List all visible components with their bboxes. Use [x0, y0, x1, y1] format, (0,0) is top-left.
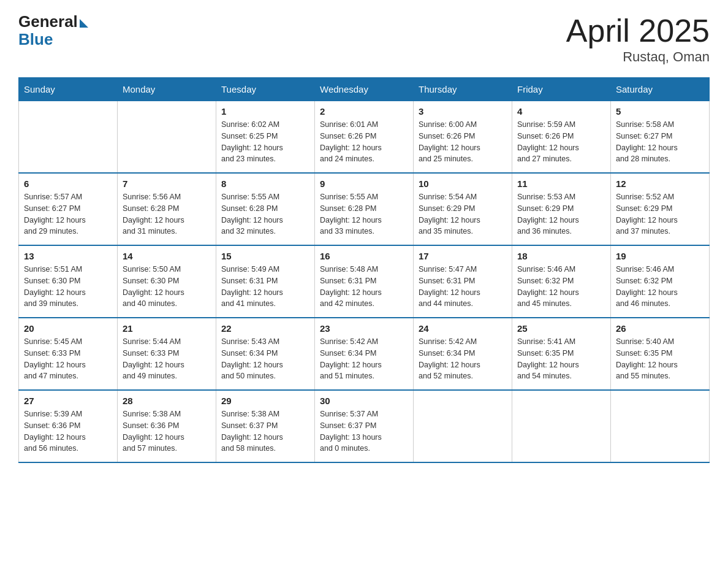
calendar-cell: 20Sunrise: 5:45 AMSunset: 6:33 PMDayligh… [19, 318, 118, 390]
title-block: April 2025 Rustaq, Oman [566, 12, 710, 65]
day-number: 28 [123, 396, 211, 406]
calendar-cell: 5Sunrise: 5:58 AMSunset: 6:27 PMDaylight… [611, 101, 710, 174]
calendar-header-row: SundayMondayTuesdayWednesdayThursdayFrid… [19, 78, 710, 101]
day-info: Sunrise: 5:51 AMSunset: 6:30 PMDaylight:… [24, 264, 112, 310]
day-number: 22 [221, 323, 309, 334]
calendar-cell: 2Sunrise: 6:01 AMSunset: 6:26 PMDaylight… [315, 101, 414, 174]
day-info: Sunrise: 5:54 AMSunset: 6:29 PMDaylight:… [419, 191, 507, 237]
page-subtitle: Rustaq, Oman [566, 49, 710, 65]
day-info: Sunrise: 5:42 AMSunset: 6:34 PMDaylight:… [419, 336, 507, 382]
day-number: 15 [221, 251, 309, 261]
calendar-day-header: Tuesday [216, 78, 315, 101]
calendar-cell: 8Sunrise: 5:55 AMSunset: 6:28 PMDaylight… [216, 173, 315, 245]
day-info: Sunrise: 5:38 AMSunset: 6:37 PMDaylight:… [221, 408, 309, 454]
day-info: Sunrise: 5:57 AMSunset: 6:27 PMDaylight:… [24, 191, 112, 237]
calendar-cell [414, 390, 512, 462]
calendar-week-row: 27Sunrise: 5:39 AMSunset: 6:36 PMDayligh… [19, 390, 710, 462]
day-info: Sunrise: 5:52 AMSunset: 6:29 PMDaylight:… [616, 191, 704, 237]
calendar-cell: 4Sunrise: 5:59 AMSunset: 6:26 PMDaylight… [512, 101, 611, 174]
day-number: 6 [24, 178, 112, 189]
calendar-week-row: 6Sunrise: 5:57 AMSunset: 6:27 PMDaylight… [19, 173, 710, 245]
calendar-day-header: Thursday [414, 78, 512, 101]
calendar-cell: 19Sunrise: 5:46 AMSunset: 6:32 PMDayligh… [611, 245, 710, 318]
day-number: 30 [320, 396, 408, 406]
calendar-day-header: Monday [118, 78, 216, 101]
calendar-cell [611, 390, 710, 462]
day-info: Sunrise: 6:02 AMSunset: 6:25 PMDaylight:… [221, 119, 309, 165]
day-info: Sunrise: 6:00 AMSunset: 6:26 PMDaylight:… [419, 119, 507, 165]
calendar-day-header: Wednesday [315, 78, 414, 101]
day-number: 5 [616, 106, 704, 117]
calendar-week-row: 20Sunrise: 5:45 AMSunset: 6:33 PMDayligh… [19, 318, 710, 390]
day-number: 26 [616, 323, 704, 334]
calendar-cell: 11Sunrise: 5:53 AMSunset: 6:29 PMDayligh… [512, 173, 611, 245]
day-info: Sunrise: 5:45 AMSunset: 6:33 PMDaylight:… [24, 336, 112, 382]
calendar-cell: 7Sunrise: 5:56 AMSunset: 6:28 PMDaylight… [118, 173, 216, 245]
day-info: Sunrise: 5:38 AMSunset: 6:36 PMDaylight:… [123, 408, 211, 454]
page-header: General Blue April 2025 Rustaq, Oman [18, 12, 710, 65]
day-number: 18 [517, 251, 605, 261]
calendar-cell: 30Sunrise: 5:37 AMSunset: 6:37 PMDayligh… [315, 390, 414, 462]
day-info: Sunrise: 5:37 AMSunset: 6:37 PMDaylight:… [320, 408, 408, 454]
day-number: 1 [221, 106, 309, 117]
calendar-cell: 26Sunrise: 5:40 AMSunset: 6:35 PMDayligh… [611, 318, 710, 390]
day-number: 8 [221, 178, 309, 189]
day-number: 27 [24, 396, 112, 406]
day-info: Sunrise: 5:44 AMSunset: 6:33 PMDaylight:… [123, 336, 211, 382]
day-number: 12 [616, 178, 704, 189]
day-info: Sunrise: 5:55 AMSunset: 6:28 PMDaylight:… [320, 191, 408, 237]
day-number: 21 [123, 323, 211, 334]
page-title: April 2025 [566, 12, 710, 49]
day-number: 4 [517, 106, 605, 117]
calendar-day-header: Saturday [611, 78, 710, 101]
day-number: 24 [419, 323, 507, 334]
calendar-cell [19, 101, 118, 174]
day-info: Sunrise: 5:58 AMSunset: 6:27 PMDaylight:… [616, 119, 704, 165]
day-number: 20 [24, 323, 112, 334]
calendar-cell: 28Sunrise: 5:38 AMSunset: 6:36 PMDayligh… [118, 390, 216, 462]
day-info: Sunrise: 5:49 AMSunset: 6:31 PMDaylight:… [221, 264, 309, 310]
calendar-cell: 18Sunrise: 5:46 AMSunset: 6:32 PMDayligh… [512, 245, 611, 318]
day-info: Sunrise: 5:40 AMSunset: 6:35 PMDaylight:… [616, 336, 704, 382]
calendar-cell [118, 101, 216, 174]
calendar-cell: 24Sunrise: 5:42 AMSunset: 6:34 PMDayligh… [414, 318, 512, 390]
day-number: 16 [320, 251, 408, 261]
calendar-week-row: 13Sunrise: 5:51 AMSunset: 6:30 PMDayligh… [19, 245, 710, 318]
day-info: Sunrise: 5:59 AMSunset: 6:26 PMDaylight:… [517, 119, 605, 165]
calendar-cell: 22Sunrise: 5:43 AMSunset: 6:34 PMDayligh… [216, 318, 315, 390]
day-info: Sunrise: 5:48 AMSunset: 6:31 PMDaylight:… [320, 264, 408, 310]
day-number: 10 [419, 178, 507, 189]
calendar-cell: 25Sunrise: 5:41 AMSunset: 6:35 PMDayligh… [512, 318, 611, 390]
calendar-cell: 17Sunrise: 5:47 AMSunset: 6:31 PMDayligh… [414, 245, 512, 318]
calendar-cell: 6Sunrise: 5:57 AMSunset: 6:27 PMDaylight… [19, 173, 118, 245]
day-info: Sunrise: 5:55 AMSunset: 6:28 PMDaylight:… [221, 191, 309, 237]
day-number: 3 [419, 106, 507, 117]
day-number: 25 [517, 323, 605, 334]
day-number: 2 [320, 106, 408, 117]
day-info: Sunrise: 5:42 AMSunset: 6:34 PMDaylight:… [320, 336, 408, 382]
logo-blue-text: Blue [18, 30, 53, 49]
calendar-cell: 1Sunrise: 6:02 AMSunset: 6:25 PMDaylight… [216, 101, 315, 174]
calendar-cell [512, 390, 611, 462]
calendar-cell: 27Sunrise: 5:39 AMSunset: 6:36 PMDayligh… [19, 390, 118, 462]
day-info: Sunrise: 5:39 AMSunset: 6:36 PMDaylight:… [24, 408, 112, 454]
calendar-cell: 3Sunrise: 6:00 AMSunset: 6:26 PMDaylight… [414, 101, 512, 174]
logo-general-text: General [18, 12, 78, 31]
day-info: Sunrise: 5:43 AMSunset: 6:34 PMDaylight:… [221, 336, 309, 382]
calendar-cell: 15Sunrise: 5:49 AMSunset: 6:31 PMDayligh… [216, 245, 315, 318]
calendar-cell: 14Sunrise: 5:50 AMSunset: 6:30 PMDayligh… [118, 245, 216, 318]
calendar-day-header: Sunday [19, 78, 118, 101]
calendar-cell: 10Sunrise: 5:54 AMSunset: 6:29 PMDayligh… [414, 173, 512, 245]
day-number: 29 [221, 396, 309, 406]
calendar-week-row: 1Sunrise: 6:02 AMSunset: 6:25 PMDaylight… [19, 101, 710, 174]
calendar-table: SundayMondayTuesdayWednesdayThursdayFrid… [18, 77, 710, 463]
day-info: Sunrise: 5:46 AMSunset: 6:32 PMDaylight:… [616, 264, 704, 310]
calendar-cell: 29Sunrise: 5:38 AMSunset: 6:37 PMDayligh… [216, 390, 315, 462]
day-info: Sunrise: 5:46 AMSunset: 6:32 PMDaylight:… [517, 264, 605, 310]
calendar-cell: 23Sunrise: 5:42 AMSunset: 6:34 PMDayligh… [315, 318, 414, 390]
day-info: Sunrise: 6:01 AMSunset: 6:26 PMDaylight:… [320, 119, 408, 165]
day-number: 7 [123, 178, 211, 189]
day-info: Sunrise: 5:47 AMSunset: 6:31 PMDaylight:… [419, 264, 507, 310]
day-info: Sunrise: 5:50 AMSunset: 6:30 PMDaylight:… [123, 264, 211, 310]
day-number: 17 [419, 251, 507, 261]
